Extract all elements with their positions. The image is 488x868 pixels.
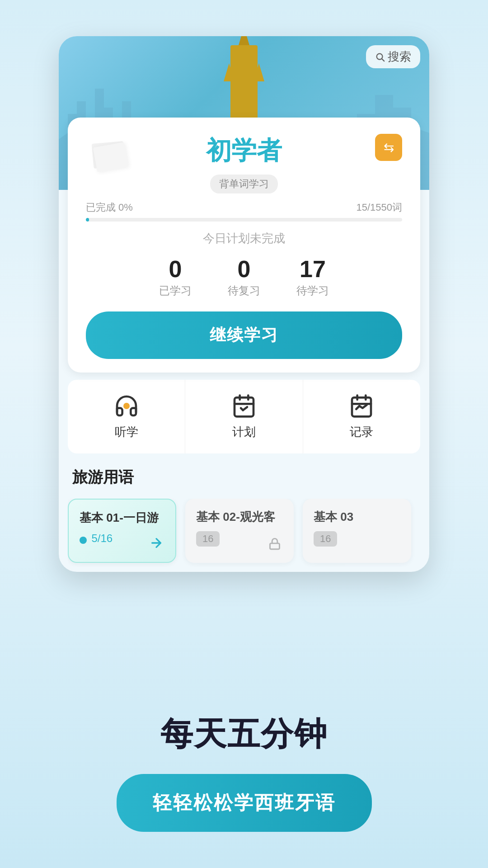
progress-section: 已完成 0% 15/1550词: [86, 201, 402, 222]
stat-learned-number: 0: [159, 257, 192, 281]
stat-review: 0 待复习: [228, 257, 260, 298]
lesson-card-3: 基本 03 16: [303, 499, 411, 563]
lesson-card-1-arrow: [146, 533, 166, 553]
action-listen-label: 听学: [115, 424, 138, 440]
lesson-card-2-title: 基本 02-观光客: [196, 509, 283, 525]
search-label: 搜索: [388, 49, 411, 65]
action-plan-label: 计划: [232, 424, 256, 440]
lesson-card-3-title: 基本 03: [314, 509, 400, 525]
progress-left-label: 已完成 0%: [86, 201, 133, 214]
svg-point-2: [124, 404, 128, 408]
calendar-check-icon: [231, 393, 257, 419]
action-record-label: 记录: [350, 424, 373, 440]
stat-learned-label: 已学习: [159, 283, 192, 298]
stats-row: 0 已学习 0 待复习 17 待学习: [86, 257, 402, 298]
main-tagline: 每天五分钟: [117, 712, 372, 756]
chart-line-icon: [349, 393, 374, 419]
svg-line-8: [243, 407, 247, 410]
lesson-card-2-count: 16: [196, 531, 220, 547]
lesson-card-3-count: 16: [314, 531, 337, 547]
book-page-front: [93, 142, 128, 172]
svg-rect-3: [235, 397, 253, 416]
stat-review-label: 待复习: [228, 283, 260, 298]
app-frame: 10 搜索: [59, 36, 429, 572]
swap-icon: ⇆: [384, 140, 394, 155]
svg-rect-14: [270, 543, 280, 549]
action-plan[interactable]: 计划: [185, 380, 303, 453]
progress-dot-1: [80, 537, 87, 544]
plan-status: 今日计划未完成: [86, 231, 402, 246]
action-listen[interactable]: 听学: [68, 380, 185, 453]
book-illustration: [90, 140, 136, 172]
progress-labels: 已完成 0% 15/1550词: [86, 201, 402, 214]
headphones-icon: [114, 393, 139, 419]
quick-actions-bar: 听学 计划: [68, 380, 420, 453]
stat-pending: 17 待学习: [296, 257, 329, 298]
progress-right-label: 15/1550词: [356, 201, 402, 214]
action-record[interactable]: 记录: [303, 380, 420, 453]
vocab-badge-text: 背单词学习: [210, 175, 278, 193]
progress-bar-background: [86, 218, 402, 222]
lesson-card-2: 基本 02-观光客 16: [185, 499, 294, 563]
stat-pending-number: 17: [296, 257, 329, 281]
vocab-badge: 背单词学习: [86, 175, 402, 193]
stat-pending-label: 待学习: [296, 283, 329, 298]
continue-learning-button[interactable]: 继续学习: [86, 311, 402, 359]
search-button[interactable]: 搜索: [366, 45, 420, 68]
cta-button[interactable]: 轻轻松松学西班牙语: [117, 774, 372, 832]
bottom-section: 每天五分钟 轻轻松松学西班牙语: [89, 685, 399, 868]
lesson-card-1[interactable]: 基本 01-一日游 5/16: [68, 499, 176, 563]
stat-learned: 0 已学习: [159, 257, 192, 298]
svg-line-1: [382, 59, 384, 61]
lesson-cards-list: 基本 01-一日游 5/16 基本 02-观光客 16: [68, 499, 420, 572]
main-learning-card: ⇆ 初学者 背单词学习 已完成 0% 15/1550词 今日计划未完成: [68, 118, 420, 373]
lesson-section-title: 旅游用语: [68, 467, 420, 488]
lock-icon-2: [265, 534, 285, 554]
stat-review-number: 0: [228, 257, 260, 281]
swap-button[interactable]: ⇆: [375, 134, 402, 161]
lesson-card-1-title: 基本 01-一日游: [80, 510, 164, 526]
lesson-card-1-progress-text: 5/16: [91, 532, 113, 544]
lesson-section: 旅游用语 基本 01-一日游 5/16: [59, 453, 429, 572]
progress-bar-fill: [86, 218, 89, 222]
app-screenshot-container: 10 搜索: [0, 0, 488, 676]
